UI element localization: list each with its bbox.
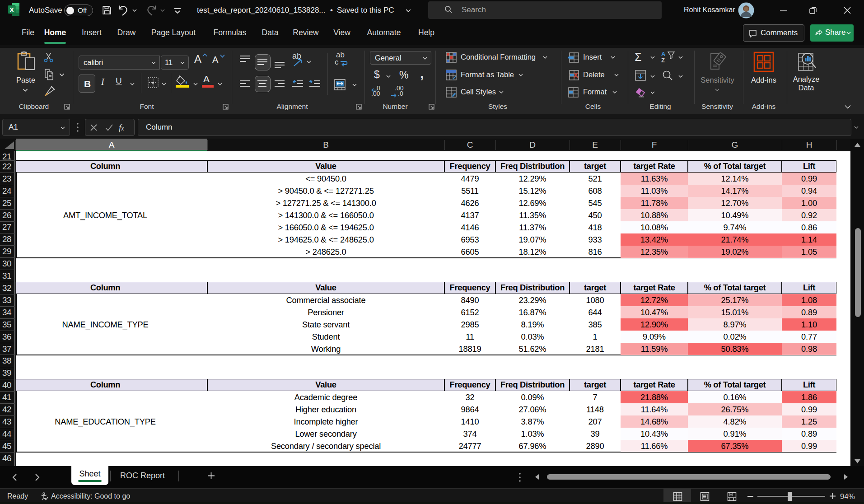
svg-text:X: X [9,6,14,14]
